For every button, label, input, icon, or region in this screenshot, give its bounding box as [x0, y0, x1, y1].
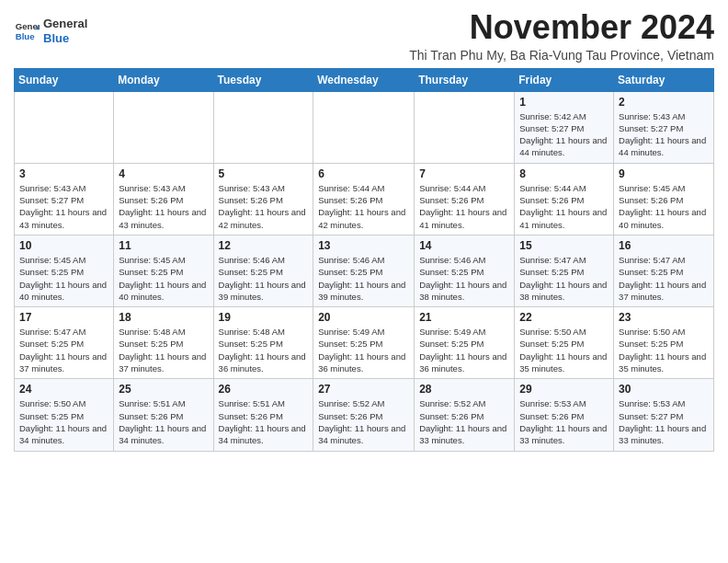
- day-number: 6: [318, 167, 409, 180]
- day-info: Sunrise: 5:45 AM Sunset: 5:25 PM Dayligh…: [119, 254, 208, 303]
- day-info: Sunrise: 5:50 AM Sunset: 5:25 PM Dayligh…: [519, 326, 609, 374]
- calendar-header: SundayMondayTuesdayWednesdayThursdayFrid…: [15, 68, 714, 91]
- calendar-cell: 9Sunrise: 5:45 AM Sunset: 5:26 PM Daylig…: [614, 163, 714, 235]
- calendar-cell: 19Sunrise: 5:48 AM Sunset: 5:25 PM Dayli…: [213, 307, 313, 379]
- calendar-cell: 30Sunrise: 5:53 AM Sunset: 5:27 PM Dayli…: [614, 379, 714, 451]
- calendar-week-3: 17Sunrise: 5:47 AM Sunset: 5:25 PM Dayli…: [15, 307, 714, 379]
- calendar-cell: [15, 91, 114, 163]
- calendar-cell: [114, 91, 213, 163]
- day-info: Sunrise: 5:50 AM Sunset: 5:25 PM Dayligh…: [619, 326, 709, 374]
- day-number: 12: [219, 239, 309, 252]
- day-number: 14: [419, 239, 509, 252]
- title-block: November 2024 Thi Tran Phu My, Ba Ria-Vu…: [409, 9, 714, 63]
- svg-text:Blue: Blue: [16, 30, 35, 40]
- calendar-week-1: 3Sunrise: 5:43 AM Sunset: 5:27 PM Daylig…: [15, 163, 714, 235]
- day-number: 10: [19, 239, 108, 252]
- day-info: Sunrise: 5:43 AM Sunset: 5:27 PM Dayligh…: [19, 182, 108, 231]
- day-number: 23: [619, 311, 709, 324]
- day-number: 2: [619, 96, 709, 109]
- column-header-friday: Friday: [515, 68, 614, 91]
- day-number: 13: [318, 239, 409, 252]
- calendar-cell: 12Sunrise: 5:46 AM Sunset: 5:25 PM Dayli…: [213, 235, 313, 306]
- logo-line1: General: [43, 17, 87, 31]
- calendar-cell: 6Sunrise: 5:44 AM Sunset: 5:26 PM Daylig…: [313, 163, 415, 235]
- calendar-cell: 22Sunrise: 5:50 AM Sunset: 5:25 PM Dayli…: [515, 307, 614, 379]
- day-info: Sunrise: 5:47 AM Sunset: 5:25 PM Dayligh…: [19, 326, 108, 374]
- day-info: Sunrise: 5:44 AM Sunset: 5:26 PM Dayligh…: [318, 182, 409, 231]
- calendar-cell: 16Sunrise: 5:47 AM Sunset: 5:25 PM Dayli…: [614, 235, 714, 306]
- day-info: Sunrise: 5:51 AM Sunset: 5:26 PM Dayligh…: [219, 397, 309, 446]
- day-info: Sunrise: 5:46 AM Sunset: 5:25 PM Dayligh…: [318, 254, 409, 303]
- day-info: Sunrise: 5:46 AM Sunset: 5:25 PM Dayligh…: [219, 254, 309, 303]
- calendar-cell: 17Sunrise: 5:47 AM Sunset: 5:25 PM Dayli…: [15, 307, 114, 379]
- day-number: 4: [119, 167, 208, 180]
- calendar-cell: 1Sunrise: 5:42 AM Sunset: 5:27 PM Daylig…: [515, 91, 614, 163]
- calendar-table: SundayMondayTuesdayWednesdayThursdayFrid…: [14, 68, 714, 452]
- calendar-cell: 29Sunrise: 5:53 AM Sunset: 5:26 PM Dayli…: [515, 379, 614, 451]
- day-number: 20: [318, 311, 409, 324]
- day-number: 21: [419, 311, 509, 324]
- day-number: 16: [619, 239, 709, 252]
- calendar-cell: 4Sunrise: 5:43 AM Sunset: 5:26 PM Daylig…: [114, 163, 213, 235]
- day-info: Sunrise: 5:47 AM Sunset: 5:25 PM Dayligh…: [519, 254, 609, 303]
- calendar-cell: 2Sunrise: 5:43 AM Sunset: 5:27 PM Daylig…: [614, 91, 714, 163]
- column-header-tuesday: Tuesday: [213, 68, 313, 91]
- calendar-cell: 26Sunrise: 5:51 AM Sunset: 5:26 PM Dayli…: [213, 379, 313, 451]
- day-number: 8: [519, 167, 609, 180]
- location-subtitle: Thi Tran Phu My, Ba Ria-Vung Tau Provinc…: [409, 48, 714, 63]
- month-title: November 2024: [409, 9, 714, 46]
- calendar-week-2: 10Sunrise: 5:45 AM Sunset: 5:25 PM Dayli…: [15, 235, 714, 306]
- column-header-sunday: Sunday: [15, 68, 114, 91]
- day-info: Sunrise: 5:49 AM Sunset: 5:25 PM Dayligh…: [318, 326, 409, 374]
- day-number: 9: [619, 167, 709, 180]
- day-number: 25: [119, 383, 208, 396]
- page-header: General Blue General Blue November 2024 …: [14, 9, 714, 63]
- day-number: 30: [619, 383, 709, 396]
- day-number: 17: [19, 311, 108, 324]
- day-number: 5: [219, 167, 309, 180]
- day-info: Sunrise: 5:47 AM Sunset: 5:25 PM Dayligh…: [619, 254, 709, 303]
- day-number: 18: [119, 311, 208, 324]
- day-info: Sunrise: 5:45 AM Sunset: 5:26 PM Dayligh…: [619, 182, 709, 231]
- day-info: Sunrise: 5:48 AM Sunset: 5:25 PM Dayligh…: [119, 326, 208, 374]
- day-info: Sunrise: 5:53 AM Sunset: 5:26 PM Dayligh…: [519, 397, 609, 446]
- day-info: Sunrise: 5:42 AM Sunset: 5:27 PM Dayligh…: [519, 110, 609, 159]
- day-info: Sunrise: 5:52 AM Sunset: 5:26 PM Dayligh…: [419, 397, 509, 446]
- day-number: 1: [519, 96, 609, 109]
- day-info: Sunrise: 5:46 AM Sunset: 5:25 PM Dayligh…: [419, 254, 509, 303]
- calendar-cell: 15Sunrise: 5:47 AM Sunset: 5:25 PM Dayli…: [515, 235, 614, 306]
- day-number: 26: [219, 383, 309, 396]
- calendar-cell: 10Sunrise: 5:45 AM Sunset: 5:25 PM Dayli…: [15, 235, 114, 306]
- day-info: Sunrise: 5:43 AM Sunset: 5:27 PM Dayligh…: [619, 110, 709, 159]
- calendar-cell: 7Sunrise: 5:44 AM Sunset: 5:26 PM Daylig…: [415, 163, 515, 235]
- calendar-cell: 3Sunrise: 5:43 AM Sunset: 5:27 PM Daylig…: [15, 163, 114, 235]
- calendar-cell: 11Sunrise: 5:45 AM Sunset: 5:25 PM Dayli…: [114, 235, 213, 306]
- calendar-cell: 5Sunrise: 5:43 AM Sunset: 5:26 PM Daylig…: [213, 163, 313, 235]
- calendar-cell: [415, 91, 515, 163]
- logo-text: General Blue: [43, 17, 87, 45]
- calendar-week-0: 1Sunrise: 5:42 AM Sunset: 5:27 PM Daylig…: [15, 91, 714, 163]
- calendar-cell: 8Sunrise: 5:44 AM Sunset: 5:26 PM Daylig…: [515, 163, 614, 235]
- logo: General Blue General Blue: [14, 17, 87, 45]
- column-header-saturday: Saturday: [614, 68, 714, 91]
- svg-text:General: General: [16, 21, 40, 31]
- day-info: Sunrise: 5:52 AM Sunset: 5:26 PM Dayligh…: [318, 397, 409, 446]
- day-info: Sunrise: 5:45 AM Sunset: 5:25 PM Dayligh…: [19, 254, 108, 303]
- day-number: 7: [419, 167, 509, 180]
- column-header-thursday: Thursday: [415, 68, 515, 91]
- calendar-cell: 27Sunrise: 5:52 AM Sunset: 5:26 PM Dayli…: [313, 379, 415, 451]
- day-number: 19: [219, 311, 309, 324]
- column-header-monday: Monday: [114, 68, 213, 91]
- calendar-cell: 14Sunrise: 5:46 AM Sunset: 5:25 PM Dayli…: [415, 235, 515, 306]
- day-number: 3: [19, 167, 108, 180]
- calendar-cell: 24Sunrise: 5:50 AM Sunset: 5:25 PM Dayli…: [15, 379, 114, 451]
- day-info: Sunrise: 5:50 AM Sunset: 5:25 PM Dayligh…: [19, 397, 108, 446]
- calendar-cell: 25Sunrise: 5:51 AM Sunset: 5:26 PM Dayli…: [114, 379, 213, 451]
- calendar-cell: 20Sunrise: 5:49 AM Sunset: 5:25 PM Dayli…: [313, 307, 415, 379]
- calendar-cell: 23Sunrise: 5:50 AM Sunset: 5:25 PM Dayli…: [614, 307, 714, 379]
- day-info: Sunrise: 5:51 AM Sunset: 5:26 PM Dayligh…: [119, 397, 208, 446]
- day-info: Sunrise: 5:43 AM Sunset: 5:26 PM Dayligh…: [219, 182, 309, 231]
- column-header-wednesday: Wednesday: [313, 68, 415, 91]
- day-number: 29: [519, 383, 609, 396]
- day-number: 27: [318, 383, 409, 396]
